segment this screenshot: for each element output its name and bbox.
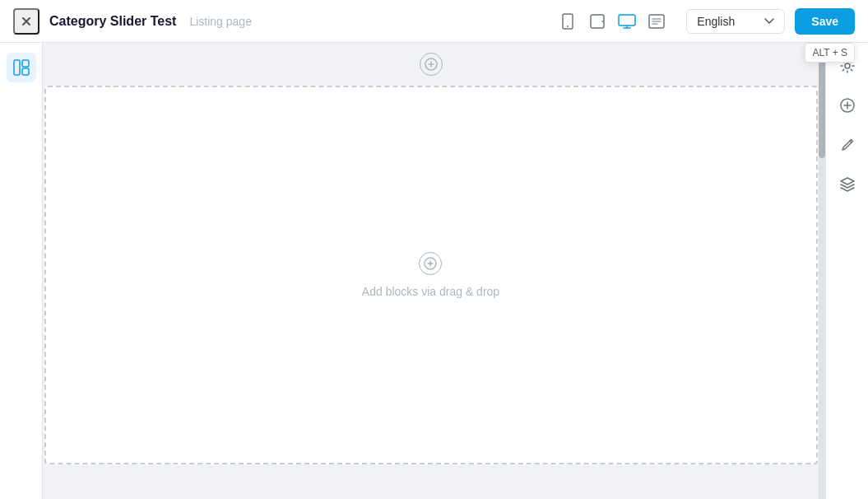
tablet-view-button[interactable] [584, 8, 610, 35]
desktop-view-button[interactable] [614, 8, 640, 35]
list-view-button[interactable] [643, 8, 670, 35]
save-button[interactable]: Save [795, 8, 855, 35]
drop-zone: Add blocks via drag & drop [362, 252, 499, 298]
page-canvas: Add blocks via drag & drop [44, 86, 818, 464]
main-canvas: Add blocks via drag & drop [43, 43, 819, 499]
layers-button[interactable] [834, 171, 861, 198]
top-add-bar [43, 43, 819, 86]
right-sidebar [825, 43, 868, 499]
page-subtitle: Listing page [189, 15, 252, 28]
add-content-button[interactable] [834, 92, 861, 119]
edit-button[interactable] [834, 132, 861, 158]
chevron-down-icon [764, 18, 774, 25]
language-value: English [697, 15, 758, 28]
close-button[interactable] [13, 8, 39, 35]
svg-rect-4 [619, 15, 635, 26]
mobile-view-button[interactable] [555, 8, 581, 35]
layout-icon [13, 59, 30, 76]
left-sidebar [0, 43, 43, 499]
layout-sidebar-icon[interactable] [7, 53, 36, 82]
page-title: Category Slider Test [49, 14, 176, 29]
svg-point-11 [845, 63, 850, 68]
svg-rect-7 [22, 60, 29, 67]
center-add-button[interactable] [419, 252, 442, 275]
add-icon [839, 97, 856, 114]
drop-zone-text: Add blocks via drag & drop [362, 285, 499, 298]
top-add-button[interactable] [420, 53, 443, 76]
scrollbar-track[interactable] [819, 43, 825, 499]
svg-rect-6 [14, 60, 20, 75]
language-selector[interactable]: English [686, 9, 785, 34]
svg-rect-8 [22, 68, 29, 75]
svg-point-1 [567, 26, 569, 27]
edit-icon [839, 137, 856, 153]
svg-point-3 [602, 21, 604, 22]
view-icons [555, 8, 670, 35]
layers-icon [839, 176, 856, 193]
header: Category Slider Test Listing page [0, 0, 868, 43]
save-tooltip: ALT + S [805, 43, 855, 63]
body-layout: Add blocks via drag & drop [0, 43, 868, 499]
